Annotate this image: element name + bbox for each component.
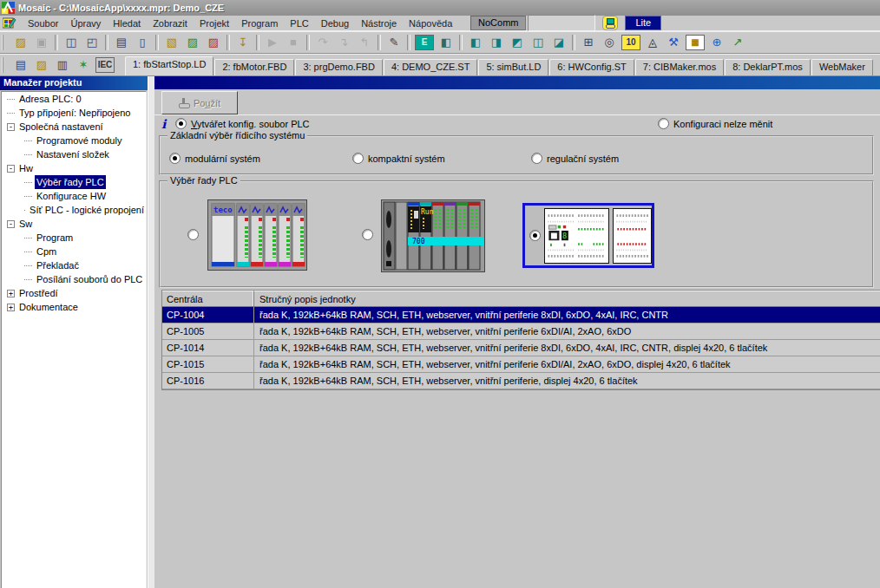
open-project-icon[interactable]: ▨ [10,33,31,52]
new-file-icon[interactable]: ▯ [132,33,153,52]
locked-config-radio[interactable] [658,118,669,129]
tree-item-adresa-plc-0[interactable]: Adresa PLC: 0 [2,92,146,106]
copy-pages-icon[interactable]: ▤ [111,33,132,52]
regulační-radio[interactable] [531,153,542,164]
io-node-icon[interactable]: ◬ [642,33,663,52]
cpu-row-cp-1014[interactable]: CP-1014řada K, 192kB+64kB RAM, SCH, ETH,… [162,340,880,356]
tab-8-deklarpt-mos[interactable]: 8: DeklarPT.mos [725,59,811,75]
folder-import-icon[interactable]: ▨ [182,33,203,52]
stop-icon[interactable]: ■ [283,33,304,52]
menu-projekt[interactable]: Projekt [194,16,235,30]
layout-left-icon[interactable]: ◫ [528,33,548,52]
menu-plc[interactable]: PLC [284,16,314,30]
tree-item-v-b-r-ady-plc[interactable]: Výběr řady PLC [2,175,146,189]
tree-item-pos-l-n-soubor-do-plc[interactable]: Posílání souborů do PLC [2,272,146,286]
debug-bug-icon[interactable]: ✶ [73,56,94,75]
save-project-icon[interactable]: ▣ [31,33,52,52]
tab-2-fbmotor-fbd[interactable]: 2: fbMotor.FBD [214,59,294,75]
online-editor-icon[interactable]: E [415,35,434,50]
tree-item-nastaven-slo-ek[interactable]: Nastavení složek [2,147,146,161]
tab-4-demo-cze-st[interactable]: 4: DEMO_CZE.ST [384,59,477,75]
collapse-icon[interactable]: - [7,165,15,173]
run-icon[interactable]: ▶ [262,33,283,52]
zoom-window-icon[interactable]: ◎ [599,33,620,52]
tools-icon[interactable]: ⚒ [663,33,684,52]
tab-6-hwconfig-st[interactable]: 6: HWConfig.ST [549,59,634,75]
series-option-tc700[interactable] [362,229,373,240]
create-config-radio[interactable] [175,118,187,129]
modulární-radio[interactable] [169,153,181,164]
system-option-kompaktní[interactable]: kompaktní systém [352,153,445,164]
apply-button[interactable]: Použít [161,91,238,114]
nocomm-button[interactable]: NoComm [470,16,526,30]
grid-icon[interactable]: ⊞ [578,33,599,52]
cpu-row-cp-1016[interactable]: CP-1016řada K, 192kB+64kB RAM, SCH, ETH,… [162,373,880,389]
step-into-icon[interactable]: ↴ [333,33,354,52]
graph-icon[interactable]: ↗ [727,33,748,52]
menu-soubor[interactable]: Soubor [22,16,64,30]
pou-open-icon[interactable]: ▨ [31,56,52,75]
web-icon[interactable]: ⊕ [706,33,727,52]
tab-3-prgdemo-fbd[interactable]: 3: prgDemo.FBD [295,59,383,75]
menu-debug[interactable]: Debug [315,16,355,30]
cpu-row-cp-1015[interactable]: CP-1015řada K, 192kB+64kB RAM, SCH, ETH,… [162,356,880,373]
expand-icon[interactable]: + [7,304,15,311]
collapse-icon[interactable]: - [7,123,15,131]
windows-list-icon[interactable]: ◫ [61,33,82,52]
layout-split-icon[interactable]: ◪ [548,33,569,52]
tc700-radio[interactable] [362,229,373,240]
tree-item-sw[interactable]: -Sw [2,217,146,231]
expand-icon[interactable]: + [7,290,15,297]
menu-zobrazit[interactable]: Zobrazit [147,16,194,30]
series-option-foxtrot[interactable]: 8 [522,203,654,268]
send-to-plc-icon[interactable]: ↧ [233,33,253,52]
new-folder-icon[interactable]: ▧ [161,33,182,52]
pou-copy-icon[interactable]: ▥ [52,56,73,75]
layout-full-icon[interactable]: ◧ [465,33,486,52]
collapse-icon[interactable]: - [7,220,15,228]
tab-5-simbut-ld[interactable]: 5: simBut.LD [478,59,548,75]
panel-window-icon[interactable]: ◧ [436,33,456,52]
tree-item-s-plc-logick-propojen[interactable]: Síť PLC - logické propojení [2,203,146,217]
layout-top-icon[interactable]: ◩ [507,33,528,52]
pen-icon[interactable]: ✎ [384,33,404,52]
toolbar-grip[interactable] [2,35,8,50]
kompaktní-radio[interactable] [352,153,364,164]
menu-program[interactable]: Program [235,16,284,30]
tree-item-programov-moduly[interactable]: Programové moduly [2,134,146,147]
system-option-modulární[interactable]: modulární systém [169,153,260,164]
tc700-rack-image[interactable]: Run 700 [381,199,485,272]
cpu-row-cp-1005[interactable]: CP-1005řada K, 192kB+64kB RAM, SCH, ETH,… [162,323,880,340]
foxtrot-radio[interactable] [529,230,541,241]
new-window-icon[interactable]: ◰ [82,33,102,52]
tree-item-typ-p-ipojen-nep-ipojeno[interactable]: Typ připojení: Nepřipojeno [2,106,146,120]
series-option-tc650[interactable] [187,229,199,240]
tree-item-prost-ed[interactable]: +Prostředí [2,286,146,300]
menu-npovda[interactable]: Nápověda [403,16,458,30]
tree-item-hw[interactable]: -Hw [2,161,146,175]
calculator-icon[interactable]: ▦ [686,35,705,50]
locked-config-option[interactable]: Konfiguraci nelze měnit [658,118,772,129]
tc650-radio[interactable] [187,229,199,240]
create-config-option[interactable]: Vytvářet konfig. soubor PLC [175,118,310,129]
iec-norm-icon[interactable]: IEC [95,57,115,73]
pou-pages-icon[interactable]: ▤ [10,56,31,75]
folder-edit-icon[interactable]: ▨ [203,33,224,52]
menu-hledat[interactable]: Hledat [107,16,147,30]
step-out-icon[interactable]: ↰ [354,33,375,52]
comm-status-field[interactable] [528,15,595,31]
column-header-centrala[interactable]: Centrála [162,291,254,306]
tree-item-konfigurace-hw[interactable]: Konfigurace HW [2,189,146,203]
tree-item-program[interactable]: Program [2,231,146,245]
menu-nstroje[interactable]: Nástroje [355,16,403,30]
layout-bottom-icon[interactable]: ◨ [486,33,507,52]
menu-pravy[interactable]: Úpravy [64,16,107,30]
cpu-row-cp-1004[interactable]: CP-1004řada K, 192kB+64kB RAM, SCH, ETH,… [162,307,880,323]
io-setup-icon[interactable]: 10 [621,35,640,50]
tab-7-cibmaker-mos[interactable]: 7: CIBMaker.mos [635,59,724,75]
tab-1-fbstartstop-ld[interactable]: 1: fbStartStop.LD [125,56,213,75]
tree-item-p-eklada[interactable]: Překladač [2,258,146,272]
tc650-rack-image[interactable]: teco [207,199,307,271]
column-header-popis[interactable]: Stručný popis jednotky [254,291,880,306]
system-option-regulační[interactable]: regulační systém [531,153,619,164]
